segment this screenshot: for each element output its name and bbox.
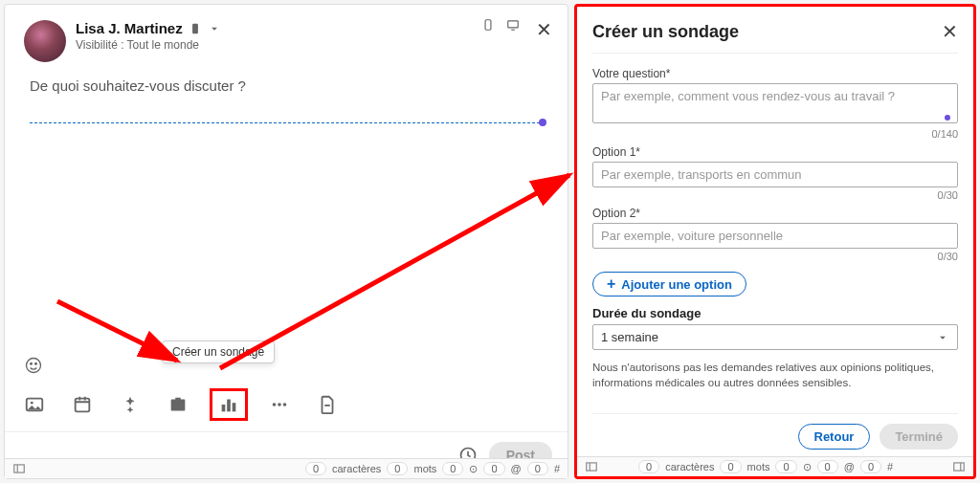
duration-label: Durée du sondage <box>592 306 958 320</box>
poll-icon[interactable] <box>218 394 239 415</box>
calendar-icon[interactable] <box>72 394 93 415</box>
compose-header: Lisa J. Martinez Visibilité : Tout le mo… <box>5 5 568 70</box>
svg-rect-15 <box>324 405 330 406</box>
svg-rect-0 <box>192 23 198 33</box>
question-label: Votre question* <box>592 67 958 80</box>
option2-counter: 0/30 <box>592 251 958 262</box>
avatar[interactable] <box>24 20 66 62</box>
panel-toggle-icon[interactable] <box>12 462 26 475</box>
hash-label: # <box>887 461 893 472</box>
word-count: 0 <box>387 462 408 475</box>
svg-rect-19 <box>954 463 965 471</box>
panel-toggle-icon[interactable] <box>952 460 966 473</box>
device-icons <box>481 18 520 32</box>
poll-disclaimer: Nous n'autorisons pas les demandes relat… <box>592 360 958 390</box>
compose-attachments-row <box>5 384 568 432</box>
svg-point-13 <box>278 403 281 406</box>
poll-panel: Créer un sondage ✕ Votre question* 0/140… <box>574 4 976 479</box>
question-input[interactable] <box>592 83 958 123</box>
image-icon[interactable] <box>24 394 45 415</box>
stat-pill: 0 <box>442 462 463 475</box>
char-count: 0 <box>638 460 659 473</box>
compose-panel: Lisa J. Martinez Visibilité : Tout le mo… <box>4 4 568 479</box>
stat-pill: 0 <box>527 462 548 475</box>
option1-counter: 0/30 <box>592 189 958 201</box>
more-icon[interactable] <box>269 394 290 415</box>
briefcase-icon[interactable] <box>167 394 189 415</box>
svg-point-12 <box>273 403 277 406</box>
chevron-down-icon <box>936 331 949 344</box>
svg-point-3 <box>27 359 41 373</box>
svg-point-4 <box>31 363 33 365</box>
duration-select[interactable]: 1 semaine <box>592 324 958 350</box>
insertion-line <box>30 122 545 123</box>
status-bar-right: 0 caractères 0 mots 0 ⊙ 0 @ 0 # <box>577 456 973 476</box>
word-count: 0 <box>720 460 741 473</box>
at-label: @ <box>511 463 522 474</box>
option1-input[interactable] <box>592 162 958 187</box>
option2-label: Option 2* <box>592 207 958 220</box>
poll-tooltip: Créer un sondage <box>162 340 275 363</box>
phone-badge-icon <box>189 22 202 35</box>
char-count: 0 <box>305 462 326 475</box>
poll-title: Créer un sondage <box>592 22 739 42</box>
words-label: mots <box>413 463 436 474</box>
mobile-icon[interactable] <box>481 18 495 32</box>
chars-label: caractères <box>665 461 714 472</box>
option1-label: Option 1* <box>592 145 958 159</box>
option2-input[interactable] <box>592 223 958 249</box>
close-icon[interactable]: ✕ <box>536 18 552 41</box>
hash-label: # <box>554 463 560 474</box>
stat-pill: 0 <box>860 460 881 473</box>
svg-point-7 <box>31 402 33 405</box>
compose-prompt[interactable]: De quoi souhaitez-vous discuter ? <box>30 77 545 94</box>
question-counter: 0/140 <box>592 128 958 140</box>
add-option-button[interactable]: + Ajouter une option <box>592 272 746 296</box>
svg-rect-9 <box>222 405 226 411</box>
document-icon[interactable] <box>317 394 338 415</box>
panel-toggle-icon[interactable] <box>585 460 598 473</box>
desktop-icon[interactable] <box>506 18 520 32</box>
words-label: mots <box>747 461 770 472</box>
svg-rect-11 <box>233 403 236 411</box>
celebrate-icon[interactable] <box>120 394 141 415</box>
svg-rect-18 <box>587 463 597 471</box>
at-label: @ <box>844 461 855 472</box>
status-bar-left: 0 caractères 0 mots 0 ⊙ 0 @ 0 # <box>5 458 568 478</box>
svg-rect-10 <box>227 400 231 412</box>
svg-rect-8 <box>76 399 90 412</box>
svg-rect-2 <box>508 21 519 28</box>
user-name: Lisa J. Martinez <box>76 20 183 36</box>
close-icon[interactable]: ✕ <box>942 20 958 43</box>
svg-point-5 <box>35 363 37 365</box>
svg-rect-17 <box>14 465 25 472</box>
poll-icon-highlight <box>210 388 248 421</box>
stat-pill: 0 <box>775 460 796 473</box>
svg-rect-1 <box>485 20 491 31</box>
stat-pill: 0 <box>817 460 838 473</box>
chars-label: caractères <box>332 463 381 474</box>
done-button[interactable]: Terminé <box>880 424 958 450</box>
chevron-down-icon[interactable] <box>208 22 221 35</box>
svg-point-14 <box>283 403 287 406</box>
visibility-label: Visibilité : Tout le monde <box>76 38 221 52</box>
stat-pill: 0 <box>483 462 504 475</box>
back-button[interactable]: Retour <box>798 424 871 450</box>
emoji-icon[interactable] <box>24 356 43 375</box>
